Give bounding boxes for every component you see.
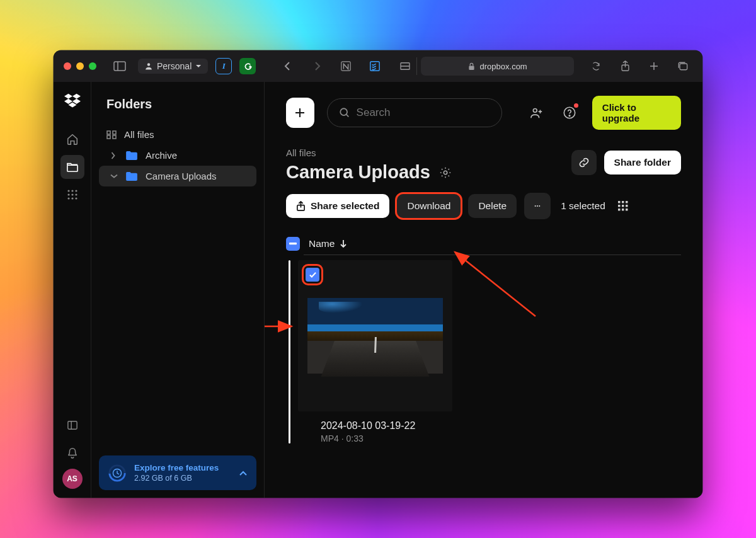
svg-rect-22: [107, 131, 110, 134]
folder-icon: [125, 171, 138, 181]
svg-point-14: [67, 193, 69, 195]
share-selected-button[interactable]: Share selected: [286, 194, 389, 218]
svg-rect-9: [680, 64, 687, 70]
user-avatar[interactable]: AS: [62, 469, 83, 489]
tabs-overview-button[interactable]: [672, 57, 694, 75]
svg-point-2: [147, 63, 150, 66]
sidebar-toggle-button[interactable]: [109, 57, 130, 75]
sidebar-all-files-label: All files: [124, 129, 154, 140]
grid-icon: [106, 130, 117, 139]
extension-todoist[interactable]: [364, 57, 386, 75]
column-name[interactable]: Name: [309, 238, 347, 249]
svg-point-37: [539, 205, 541, 207]
browser-profile-button[interactable]: Personal: [138, 59, 208, 74]
browser-titlebar: Personal I dropbox.com: [54, 50, 702, 82]
svg-point-18: [71, 197, 73, 199]
app-content: AS Folders All files Archive: [54, 82, 702, 498]
dropbox-logo[interactable]: [64, 93, 81, 108]
share-folder-button[interactable]: Share folder: [604, 151, 681, 175]
svg-point-32: [569, 115, 570, 117]
upgrade-button[interactable]: Click to upgrade: [592, 96, 681, 130]
sidebar-item-camera-uploads[interactable]: Camera Uploads: [99, 166, 256, 186]
invite-button[interactable]: [527, 102, 547, 123]
search-input[interactable]: [357, 106, 490, 119]
close-window-button[interactable]: [64, 62, 71, 70]
svg-point-35: [535, 205, 536, 207]
search-icon: [339, 107, 350, 118]
svg-point-19: [75, 197, 77, 199]
address-bar-domain: dropbox.com: [480, 62, 527, 71]
fullscreen-window-button[interactable]: [89, 62, 96, 70]
svg-point-12: [71, 190, 73, 192]
share-icon: [296, 201, 306, 212]
svg-rect-47: [289, 243, 297, 244]
svg-rect-24: [107, 135, 110, 139]
browser-window: Personal I dropbox.com: [54, 50, 702, 498]
reader-mode-button[interactable]: [393, 57, 417, 75]
download-button[interactable]: Download: [397, 194, 461, 218]
share-button[interactable]: [614, 57, 636, 75]
promo-storage: 2.92 GB of 6 GB: [134, 474, 231, 483]
svg-point-30: [534, 108, 537, 112]
window-controls: [64, 62, 96, 70]
svg-rect-7: [469, 66, 474, 69]
rail-folders[interactable]: [60, 155, 84, 179]
gear-icon[interactable]: [439, 166, 452, 179]
new-tab-button[interactable]: [643, 57, 665, 75]
nav-rail: AS: [54, 82, 91, 498]
sidebar-item-archive[interactable]: Archive: [99, 145, 256, 166]
sidebar: Folders All files Archive Camera Upl: [91, 82, 265, 498]
promo-explore-features[interactable]: Explore free features 2.92 GB of 6 GB: [99, 455, 256, 490]
svg-point-33: [444, 171, 447, 174]
back-button[interactable]: [277, 57, 299, 75]
reload-button[interactable]: [585, 57, 607, 75]
svg-point-15: [71, 193, 73, 195]
svg-rect-41: [618, 205, 621, 207]
top-row: Click to upgrade: [286, 96, 681, 130]
extension-notion[interactable]: [335, 57, 357, 75]
notification-dot-icon: [574, 103, 578, 108]
forward-button[interactable]: [306, 57, 328, 75]
add-button[interactable]: [286, 98, 314, 128]
address-bar[interactable]: dropbox.com: [421, 57, 574, 76]
svg-point-16: [75, 193, 77, 195]
file-checkbox[interactable]: [306, 268, 319, 282]
svg-point-13: [75, 190, 77, 192]
minimize-window-button[interactable]: [76, 62, 84, 70]
chevron-right-icon: [110, 152, 118, 159]
view-toggle-button[interactable]: [617, 200, 629, 212]
svg-rect-45: [622, 209, 624, 211]
file-name: 2024-08-10 03-19-22: [321, 420, 452, 432]
extension-grammarly[interactable]: [239, 58, 256, 74]
selected-count: 1 selected: [561, 200, 605, 212]
delete-button[interactable]: Delete: [468, 194, 517, 218]
copy-link-button[interactable]: [571, 150, 597, 175]
help-button[interactable]: [559, 102, 580, 123]
file-grid: 2024-08-10 03-19-22 MP4 · 0:33: [289, 260, 681, 444]
video-thumbnail: [307, 298, 443, 374]
file-meta: MP4 · 0:33: [321, 433, 452, 444]
lock-icon: [468, 62, 475, 71]
file-card[interactable]: 2024-08-10 03-19-22 MP4 · 0:33: [298, 260, 452, 444]
search-field[interactable]: [327, 98, 502, 127]
svg-rect-38: [618, 201, 621, 203]
rail-collapse[interactable]: [60, 413, 84, 437]
chevron-up-icon: [239, 470, 248, 476]
selection-actions: Share selected Download Delete 1 selecte…: [286, 193, 681, 219]
rail-notifications[interactable]: [60, 441, 84, 465]
rail-apps[interactable]: [60, 183, 84, 207]
extension-instapaper[interactable]: I: [215, 58, 232, 74]
svg-rect-42: [622, 205, 624, 207]
promo-title: Explore free features: [134, 463, 231, 472]
chevron-down-icon: [110, 173, 118, 179]
sort-arrow-down-icon: [340, 239, 347, 248]
list-header: Name: [304, 233, 681, 255]
sidebar-item-label: Archive: [146, 150, 177, 161]
more-actions-button[interactable]: [524, 193, 551, 219]
svg-point-17: [67, 197, 69, 199]
svg-rect-39: [622, 201, 624, 203]
sidebar-all-files[interactable]: All files: [99, 124, 256, 145]
rail-home[interactable]: [60, 127, 84, 151]
select-all-checkbox[interactable]: [286, 237, 300, 251]
svg-point-11: [67, 190, 69, 192]
